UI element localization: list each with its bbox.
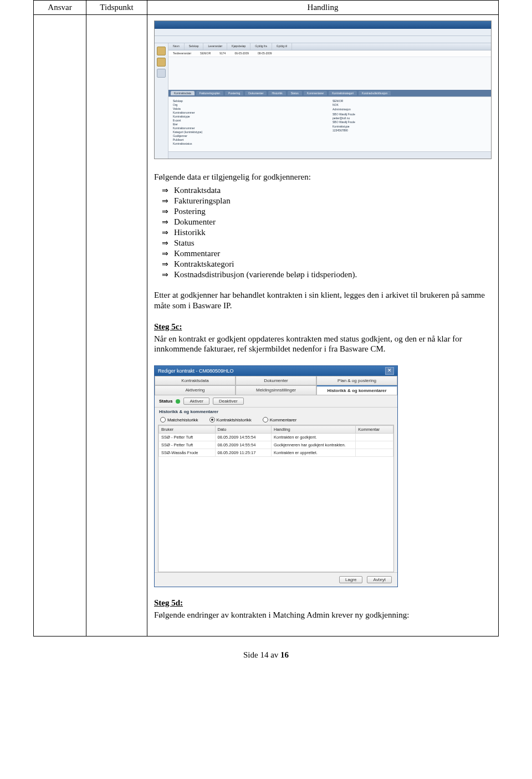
tab-dokumenter[interactable]: Dokumenter	[236, 376, 316, 385]
radio-kommentarer[interactable]: Kommentarer	[263, 417, 296, 422]
window-titlebar	[155, 21, 491, 29]
val-valuta: NOK	[332, 103, 487, 106]
lbl-epost: E-post	[173, 119, 327, 122]
footer-total: 16	[280, 650, 289, 659]
folder-icon[interactable]	[157, 58, 166, 67]
table-row[interactable]: SSØ - Petter Tuft 08.05.2009 14:55:54 Go…	[159, 441, 393, 449]
col-navn[interactable]: Navn	[168, 43, 185, 50]
tab-status[interactable]: Status	[288, 91, 302, 95]
cell-tidspunkt	[86, 15, 147, 637]
cell-date: 08.05.2009 14:55:54	[215, 441, 272, 449]
row-til: 08-05-2009	[253, 50, 277, 57]
intro-text: Følgende data er tilgjengelig for godkje…	[154, 172, 492, 182]
tab-kontraktsdata[interactable]: Kontraktsdata	[171, 91, 195, 95]
cell-handling: Navn Selskap Leverandør Kjøpsbeløp Gyldi…	[147, 15, 499, 637]
cell-user: SSØ-Wassås Frode	[159, 449, 216, 457]
sidebar	[155, 43, 168, 159]
col-gyldig-til[interactable]: Gyldig til	[272, 43, 292, 50]
step-5d-text: Følgende endringer av kontrakten i Match…	[154, 610, 492, 620]
main-table: Ansvar Tidspunkt Handling	[33, 0, 499, 637]
radio-kontraktshistorikk[interactable]: Kontraktshistorikk	[209, 417, 252, 422]
th-dato[interactable]: Dato	[215, 426, 272, 434]
cell-action: Kontrakten er opprettet.	[272, 449, 356, 457]
tab-kontraktsdata[interactable]: Kontraktsdata	[155, 376, 236, 385]
footer-mid: av	[268, 650, 280, 659]
radio-label: Kommentarer	[270, 417, 296, 422]
list-empty-area	[168, 57, 491, 90]
bullet-item: Status	[162, 238, 492, 248]
task-icon[interactable]	[157, 69, 166, 78]
page-footer: Side 14 av 16	[33, 650, 499, 660]
section-heading: Historikk & og kommentarer	[155, 408, 397, 416]
step-5c-text: Når en kontrakt er godkjent oppdateres k…	[154, 334, 492, 355]
th-bruker[interactable]: Bruker	[159, 426, 216, 434]
tab-dokumenter[interactable]: Dokumenter	[245, 91, 267, 95]
tab-historikk[interactable]: Historikk	[268, 91, 285, 95]
col-header-handling: Handling	[147, 1, 499, 15]
list-row[interactable]: Testleverandør SENIOR 9174 06-05-2009 08…	[168, 50, 491, 57]
row-leverandor: 9174	[215, 50, 230, 57]
tab-kommentarer[interactable]: Kommentarer	[304, 91, 327, 95]
status-label: Status	[159, 399, 172, 404]
cell-user: SSØ - Petter Tuft	[159, 434, 216, 441]
table-row[interactable]: SSØ-Wassås Frode 08.05.2009 11:25:17 Kon…	[159, 449, 393, 457]
radio-label: Matchehistorikk	[167, 417, 198, 422]
radio-icon	[160, 417, 166, 422]
dialog-tabs-row2: Aktivering Meldingsinnstillinger Histori…	[155, 385, 397, 395]
avbryt-button[interactable]: Avbryt	[367, 576, 392, 583]
tab-plan-postering[interactable]: Plan & og postering	[316, 376, 397, 385]
window-toolbar-2	[155, 36, 491, 43]
dialog-title-code: CM080509HLO	[199, 368, 234, 374]
aktiver-button[interactable]: Aktiver	[183, 398, 209, 405]
cell-comment	[356, 441, 393, 449]
dialog-title-prefix: Rediger kontrakt -	[158, 368, 199, 374]
history-table: Bruker Dato Handling Kommentar SSØ - Pet…	[158, 425, 393, 457]
bullet-item: Kontraktsdata	[162, 185, 492, 196]
lbl-godkjenner: Godkjenner	[173, 134, 327, 138]
tab-kontraktskategori[interactable]: Kontraktskategori	[329, 91, 357, 95]
row-fra: 06-05-2009	[230, 50, 253, 57]
table-row[interactable]: SSØ - Petter Tuft 08.05.2009 14:55:54 Ko…	[159, 434, 393, 441]
tab-meldingsinnstillinger[interactable]: Meldingsinnstillinger	[236, 385, 316, 395]
tab-historikk-kommentarer[interactable]: Historikk & og kommentarer	[316, 385, 397, 395]
tab-aktivering[interactable]: Aktivering	[155, 385, 236, 395]
cell-comment	[356, 449, 393, 457]
tab-faktureringsplan[interactable]: Faktureringsplan	[196, 91, 223, 95]
lbl-org: Org	[173, 103, 327, 106]
lbl-kontraktsnr: Kontraktsnummer	[173, 111, 327, 114]
tab-kostnadsdistribusjon[interactable]: Kostnadsdistribusjon	[359, 91, 391, 95]
lbl-kontraktstype: Kontraktstype	[173, 115, 327, 118]
lbl-kategori: Kategori (kontraktstype)	[173, 130, 327, 134]
cell-user: SSØ - Petter Tuft	[159, 441, 216, 449]
close-icon[interactable]: ✕	[385, 367, 394, 375]
val-selskap: SENIOR	[332, 99, 487, 103]
step-5c-heading: Steg 5c:	[154, 322, 492, 332]
col-selskap[interactable]: Selskap	[185, 43, 204, 50]
lbl-selskap: Selskap	[173, 99, 327, 103]
th-handling[interactable]: Handling	[272, 426, 356, 434]
dialog-tabs-row1: Kontraktsdata Dokumenter Plan & og poste…	[155, 376, 397, 385]
val-admin: Administrasjon	[332, 108, 487, 111]
history-table-wrap: Bruker Dato Handling Kommentar SSØ - Pet…	[158, 425, 394, 572]
bullet-item: Postering	[162, 206, 492, 217]
lbl-publisert: Publisert	[173, 138, 327, 141]
lbl-kontraktsstatus: Kontraktsstatus	[173, 142, 327, 145]
bullet-item: Faktureringsplan	[162, 196, 492, 206]
bullet-item: Historikk	[162, 227, 492, 238]
tab-postering[interactable]: Postering	[225, 91, 243, 95]
col-leverandor[interactable]: Leverandør	[203, 43, 227, 50]
lagre-button[interactable]: Lagre	[339, 576, 362, 583]
deaktiver-button[interactable]: Deaktiver	[213, 398, 244, 405]
bullet-item: Kommentarer	[162, 248, 492, 259]
lbl-eier: Eier	[173, 123, 327, 126]
col-kjopsbelop[interactable]: Kjøpsbeløp	[227, 43, 250, 50]
th-kommentar[interactable]: Kommentar	[356, 426, 393, 434]
folder-icon[interactable]	[157, 47, 166, 55]
paragraph-after-list: Etter at godkjenner har behandlet kontra…	[154, 290, 492, 311]
status-dot-icon	[176, 399, 180, 404]
col-gyldig-fra[interactable]: Gyldig fra	[250, 43, 272, 50]
col-header-tidspunkt: Tidspunkt	[86, 1, 147, 15]
radio-matchehistorikk[interactable]: Matchehistorikk	[160, 417, 198, 422]
cell-action: Godkjenneren har godkjent kontrakten.	[272, 441, 356, 449]
status-row: Status Aktiver Deaktiver	[155, 395, 397, 408]
